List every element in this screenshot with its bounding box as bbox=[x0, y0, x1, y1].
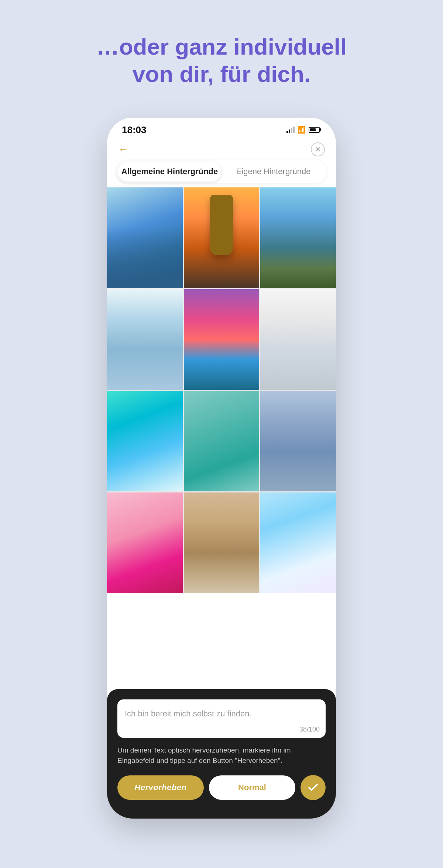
status-time: 18:03 bbox=[122, 124, 147, 136]
signal-icon bbox=[286, 127, 295, 133]
tab-eigene[interactable]: Eigene Hintergründe bbox=[222, 162, 325, 181]
grid-image-7[interactable] bbox=[107, 391, 183, 492]
back-button[interactable]: ← bbox=[118, 143, 128, 155]
close-button[interactable]: ✕ bbox=[311, 142, 325, 156]
tab-allgemeine[interactable]: Allgemeine Hintergründe bbox=[118, 162, 222, 181]
hervorheben-button[interactable]: Hervorheben bbox=[117, 775, 204, 800]
status-icons: 📶 bbox=[286, 126, 321, 134]
tab-bar: Allgemeine Hintergründe Eigene Hintergrü… bbox=[116, 160, 327, 183]
grid-image-12[interactable] bbox=[260, 492, 336, 593]
hero-title-line1: …oder ganz individuell bbox=[96, 34, 347, 59]
close-icon: ✕ bbox=[315, 145, 321, 154]
bottom-panel: Ich bin bereit mich selbst zu finden. 38… bbox=[107, 689, 336, 819]
confirm-button[interactable] bbox=[301, 775, 326, 800]
tab-allgemeine-label: Allgemeine Hintergründe bbox=[121, 167, 218, 176]
nav-bar: ← ✕ bbox=[107, 139, 336, 160]
status-bar: 18:03 📶 bbox=[107, 118, 336, 139]
checkmark-icon bbox=[307, 782, 319, 793]
tab-eigene-label: Eigene Hintergründe bbox=[236, 167, 311, 176]
grid-image-8[interactable] bbox=[184, 391, 260, 492]
hero-title-line2: von dir, für dich. bbox=[133, 61, 310, 87]
phone-mockup: 18:03 📶 ← ✕ bbox=[107, 118, 336, 819]
text-input-content[interactable]: Ich bin bereit mich selbst zu finden. bbox=[125, 708, 318, 730]
char-counter: 38/100 bbox=[299, 726, 320, 733]
grid-image-9[interactable] bbox=[260, 391, 336, 492]
grid-image-11[interactable] bbox=[184, 492, 260, 593]
wifi-icon: 📶 bbox=[298, 126, 306, 134]
hint-text: Um deinen Text optisch hervorzuheben, ma… bbox=[117, 745, 326, 766]
grid-image-6[interactable] bbox=[260, 289, 336, 390]
grid-image-3[interactable] bbox=[260, 187, 336, 288]
grid-image-4[interactable] bbox=[107, 289, 183, 390]
grid-image-2[interactable] bbox=[184, 187, 260, 288]
phone-frame: 18:03 📶 ← ✕ bbox=[107, 118, 336, 819]
hero-title: …oder ganz individuell von dir, für dich… bbox=[96, 33, 347, 88]
battery-icon bbox=[309, 127, 321, 133]
image-grid bbox=[107, 187, 336, 594]
normal-button[interactable]: Normal bbox=[209, 775, 295, 800]
text-input-area[interactable]: Ich bin bereit mich selbst zu finden. 38… bbox=[117, 699, 326, 738]
grid-image-10[interactable] bbox=[107, 492, 183, 593]
grid-image-5[interactable] bbox=[184, 289, 260, 390]
grid-image-1[interactable] bbox=[107, 187, 183, 288]
action-buttons: Hervorheben Normal bbox=[117, 775, 326, 800]
